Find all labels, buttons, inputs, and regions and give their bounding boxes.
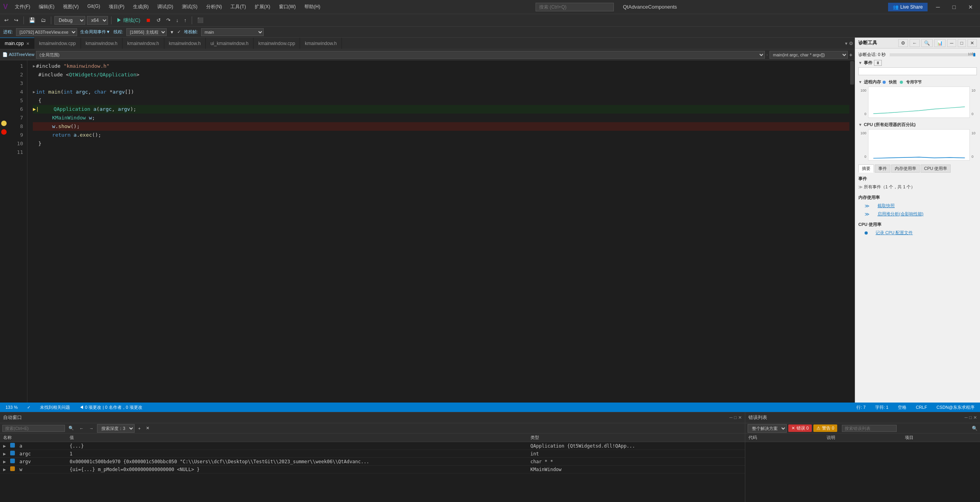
cpu-arrow[interactable]: ▼: [858, 123, 862, 127]
tab-ui-kmainwindow-h[interactable]: ui_kmainwindow.h: [206, 38, 254, 49]
tab-kmainwindow-h2[interactable]: kmainwindow.h: [122, 38, 164, 49]
auto-search-btn[interactable]: 🔍: [67, 424, 76, 432]
auto-forward-btn[interactable]: →: [87, 425, 95, 432]
diag-heap-link[interactable]: 启用堆分析(会影响性能): [878, 211, 923, 217]
solution-scope-dropdown[interactable]: 整个解决方案: [748, 424, 787, 433]
auto-depth-dropdown[interactable]: 搜索深度：3: [97, 424, 135, 433]
menu-debug[interactable]: 调试(D): [153, 2, 177, 12]
menu-extensions[interactable]: 扩展(X): [251, 2, 274, 12]
status-zoom[interactable]: 133 %: [3, 405, 20, 410]
continue-button[interactable]: ▶ 继续(C): [115, 16, 142, 25]
auto-search-input[interactable]: [2, 425, 65, 432]
code-content[interactable]: ▶ #include "kmainwindow.h" #include < Qt…: [27, 60, 849, 403]
tab-kmainwindow-h4[interactable]: kmainwindow.h: [300, 38, 342, 49]
tab-kmainwindow-h1[interactable]: kmainwindow.h: [81, 38, 122, 49]
diag-tab-events[interactable]: 事件: [875, 164, 890, 173]
tab-main-cpp[interactable]: main.cpp ✕: [0, 38, 34, 49]
events-arrow[interactable]: ▼: [858, 61, 862, 65]
diag-close-btn[interactable]: ─: [947, 39, 956, 47]
error-list-close[interactable]: ✕: [973, 415, 977, 420]
restart-button[interactable]: ↺: [155, 16, 163, 24]
thread-dropdown[interactable]: [18856] 主线程: [126, 28, 167, 36]
status-problems[interactable]: 未找到相关问题: [38, 404, 72, 410]
error-list-collapse[interactable]: ─: [965, 415, 968, 420]
step-out[interactable]: ↑: [182, 16, 189, 24]
status-csdn[interactable]: CSDN@东东求程序: [934, 404, 977, 410]
tab-kmainwindow-cpp1[interactable]: kmainwindow.cpp: [34, 38, 81, 49]
global-search-input[interactable]: [536, 3, 614, 11]
auto-delete-watch[interactable]: ✕: [144, 424, 151, 432]
fold-icon-1[interactable]: ▶: [33, 62, 35, 70]
fold-icon-4[interactable]: ▶: [33, 88, 35, 96]
scroll-thumb[interactable]: [850, 61, 854, 85]
scope-dropdown[interactable]: (全局范围): [36, 51, 765, 59]
func-dropdown[interactable]: main(int argc, char * argv[]): [770, 51, 848, 59]
diag-search-btn[interactable]: 🔍: [921, 39, 933, 47]
menu-tools[interactable]: 工具(T): [227, 2, 250, 12]
memory-arrow[interactable]: ▼: [858, 80, 862, 84]
menu-project[interactable]: 项目(P): [105, 2, 128, 12]
auto-window-close[interactable]: ✕: [738, 415, 742, 420]
auto-window-collapse[interactable]: ─: [730, 415, 733, 420]
maximize-button[interactable]: □: [949, 2, 960, 12]
debug-config-dropdown[interactable]: Debug Release: [54, 16, 85, 25]
expand-w[interactable]: ▶: [3, 467, 6, 472]
status-col[interactable]: 字符: 1: [873, 404, 891, 410]
menu-build[interactable]: 生成(B): [129, 2, 153, 12]
minimize-button[interactable]: ─: [932, 2, 944, 12]
auto-back-btn[interactable]: ←: [77, 425, 86, 432]
menu-edit[interactable]: 编辑(E): [35, 2, 58, 12]
diag-pause-btn[interactable]: ⏸: [874, 60, 882, 66]
status-encoding[interactable]: CRLF: [913, 405, 930, 410]
step-over[interactable]: ↷: [164, 16, 173, 24]
menu-git[interactable]: Git(G): [83, 2, 104, 12]
process-dropdown[interactable]: [10792] A03TreeView.exe: [16, 28, 77, 36]
menu-view[interactable]: 视图(V): [59, 2, 83, 12]
breakpoint-dot-8[interactable]: [1, 129, 7, 135]
toolbar-save[interactable]: 💾: [27, 16, 37, 24]
toolbar-undo[interactable]: ↩: [2, 16, 11, 24]
breakpoints-button[interactable]: ⬛: [195, 16, 205, 24]
tab-kmainwindow-h3[interactable]: kmainwindow.h: [164, 38, 206, 49]
diag-snapshot-link[interactable]: 截取快照: [878, 203, 895, 209]
toolbar-save-all[interactable]: 🗂: [39, 16, 48, 24]
platform-dropdown[interactable]: x64 x86: [87, 16, 108, 25]
stop-button[interactable]: ⏹: [144, 16, 153, 24]
expand-argc[interactable]: ▶: [3, 451, 6, 457]
auto-add-watch[interactable]: +: [136, 425, 142, 432]
status-line[interactable]: 行: 7: [854, 404, 868, 410]
error-search-input[interactable]: [842, 425, 897, 432]
menu-help[interactable]: 帮助(H): [300, 2, 324, 12]
step-into[interactable]: ↓: [174, 16, 181, 24]
status-changes[interactable]: ◀ 0 项更改 | 0 名作者，0 项更改: [77, 404, 145, 410]
breakpoint-dot-7[interactable]: [1, 121, 7, 126]
error-search-btn[interactable]: 🔍: [972, 426, 978, 431]
tab-close-main[interactable]: ✕: [26, 42, 29, 46]
diag-tab-summary[interactable]: 摘要: [858, 164, 874, 173]
status-indent[interactable]: 空格: [895, 404, 909, 410]
error-count-btn[interactable]: ✕ 错误 0: [788, 424, 812, 432]
menu-analyze[interactable]: 分析(N): [202, 2, 226, 12]
diag-tab-cpu[interactable]: CPU 使用率: [921, 164, 951, 173]
auto-window-float[interactable]: □: [734, 415, 737, 420]
expand-argv[interactable]: ▶: [3, 459, 6, 464]
warn-count-btn[interactable]: ⚠ 警告 0: [813, 424, 837, 432]
diag-pin-btn[interactable]: ✕: [967, 39, 977, 47]
menu-window[interactable]: 窗口(W): [275, 2, 300, 12]
menu-file[interactable]: 文件(F): [11, 2, 34, 12]
diag-tab-memory[interactable]: 内存使用率: [891, 164, 920, 173]
diag-settings-btn[interactable]: ⚙: [898, 39, 908, 47]
close-button[interactable]: ✕: [964, 2, 977, 12]
live-share-button[interactable]: 👥 Live Share: [888, 3, 927, 11]
expand-a[interactable]: ▶: [3, 443, 6, 449]
add-btn[interactable]: +: [849, 52, 852, 58]
menu-test[interactable]: 测试(S): [178, 2, 201, 12]
close-tab-group-btn[interactable]: ⚙: [849, 41, 853, 46]
diag-zoom-btn[interactable]: 📊: [934, 39, 946, 47]
diag-nav-back[interactable]: ←: [910, 39, 920, 47]
vertical-scrollbar[interactable]: [849, 60, 855, 403]
stack-dropdown[interactable]: main: [201, 28, 264, 36]
tab-overflow-btn[interactable]: ▾: [845, 41, 847, 46]
error-list-float[interactable]: □: [969, 415, 972, 420]
diag-cpu-record-link[interactable]: 记录 CPU 配置文件: [876, 230, 913, 236]
